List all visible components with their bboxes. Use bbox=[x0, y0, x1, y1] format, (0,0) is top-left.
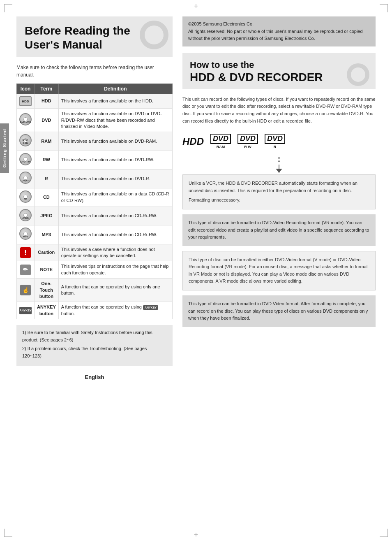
table-row: DVD-RAM RAM This involves a function ava… bbox=[17, 132, 173, 151]
dvd-ram-logo: DVD RAM bbox=[210, 134, 231, 149]
anykey-icon: ANYKEY bbox=[19, 307, 32, 314]
dvd-ram-top: DVD bbox=[210, 134, 231, 144]
icon-cell: MP3 bbox=[17, 225, 35, 244]
copyright-line1: ©2005 Samsung Electronics Co. bbox=[188, 21, 370, 28]
table-row: DVD-R R This involves a function availab… bbox=[17, 169, 173, 188]
corner-mark-bl bbox=[4, 529, 12, 537]
term-cell: CD bbox=[35, 188, 59, 207]
info-box-1-sub: Formatting unneccessory. bbox=[189, 197, 369, 204]
icon-cell: ANYKEY bbox=[17, 302, 35, 319]
note2: 2) If a problem occurs, check the Troubl… bbox=[22, 345, 167, 360]
disc-types-intro: This unit can record on the following ty… bbox=[182, 96, 376, 125]
touch-icon: ☝ bbox=[20, 285, 31, 295]
icon-cell: CD bbox=[17, 188, 35, 207]
dvd-r-sub: R bbox=[274, 145, 277, 149]
def-cell: A function that can be operated by using… bbox=[58, 279, 172, 302]
info-box-dvdrw: This type of disc can be formatted in DV… bbox=[182, 214, 376, 246]
table-row: MP3 MP3 This involves a function availab… bbox=[17, 225, 173, 244]
copyright-box: ©2005 Samsung Electronics Co. All rights… bbox=[182, 16, 376, 46]
mp3-icon: MP3 bbox=[19, 228, 32, 240]
dvd-r-top: DVD bbox=[265, 134, 285, 144]
r-icon: DVD-R bbox=[19, 172, 32, 184]
ram-icon: DVD-RAM bbox=[19, 134, 32, 146]
table-row: DVD-RW RW This involves a function avail… bbox=[17, 151, 173, 169]
def-cell: This involves a function available on a … bbox=[58, 188, 172, 207]
term-cell: NOTE bbox=[35, 261, 59, 279]
logos-row: HDD DVD RAM DVD R W DVD R bbox=[182, 130, 376, 152]
def-cell: This involves a function available on DV… bbox=[58, 151, 172, 169]
def-cell: This involves a function available on DV… bbox=[58, 169, 172, 188]
table-row: HDD HDD This involves a function availab… bbox=[17, 94, 173, 109]
term-cell: R bbox=[35, 169, 59, 188]
footer-language: English bbox=[16, 374, 173, 380]
cd-icon: CD bbox=[19, 190, 32, 203]
notes-box: 1) Be sure to be familiar with Safety In… bbox=[16, 325, 173, 365]
col-term: Term bbox=[35, 84, 59, 94]
note1: 1) Be sure to be familiar with Safety In… bbox=[22, 329, 167, 344]
title-box: Before Reading the User's Manual bbox=[16, 16, 173, 57]
def-cell: This involves a function available on DV… bbox=[58, 109, 172, 132]
how-to-box: How to use the HDD & DVD RECORDER bbox=[182, 53, 376, 89]
caution-icon: ! bbox=[20, 247, 31, 258]
table-row: ☝ One-Touch button A function that can b… bbox=[17, 279, 173, 302]
side-tab-label: Getting Started bbox=[2, 129, 7, 167]
copyright-line2: All rights reserved; No part or whole of… bbox=[188, 28, 370, 42]
def-cell: This involves a function available on th… bbox=[58, 94, 172, 109]
left-column: Before Reading the User's Manual Make su… bbox=[16, 16, 173, 380]
info-box-dvdr-modes-text: This type of disc can be formatted in ei… bbox=[189, 256, 369, 285]
crosshair-top bbox=[192, 2, 200, 10]
col-def: Definition bbox=[58, 84, 172, 94]
dvd-rw-top: DVD bbox=[238, 134, 258, 144]
def-cell: A function that can be operated by using… bbox=[58, 302, 172, 319]
icon-table: Icon Term Definition HDD HDD bbox=[16, 84, 173, 319]
info-box-1-text: Unlike a VCR, the HDD & DVD RECORDER aut… bbox=[189, 180, 369, 194]
icon-cell: DVD-RAM bbox=[17, 132, 35, 151]
term-cell: Caution bbox=[35, 244, 59, 261]
dvd-icon: DVD·VDD bbox=[19, 113, 32, 125]
crosshair-bottom bbox=[192, 531, 200, 539]
table-row: ANYKEY ANYKEY button A function that can… bbox=[17, 302, 173, 319]
info-box-dvdr-text: This type of disc can be formatted in DV… bbox=[188, 300, 370, 322]
table-row: DVD·VDD DVD This involves a function ava… bbox=[17, 109, 173, 132]
def-cell: This involves a function available on CD… bbox=[58, 207, 172, 225]
term-cell: HDD bbox=[35, 94, 59, 109]
term-cell: One-Touch button bbox=[35, 279, 59, 302]
how-to-title-1: How to use the bbox=[190, 60, 368, 70]
info-box-dvdrw-text: This type of disc can be formatted in DV… bbox=[188, 219, 370, 241]
table-row: ! Caution This involves a case where a f… bbox=[17, 244, 173, 261]
info-box-1: Unlike a VCR, the HDD & DVD RECORDER aut… bbox=[182, 174, 376, 209]
how-to-watermark bbox=[347, 63, 369, 86]
right-column: ©2005 Samsung Electronics Co. All rights… bbox=[182, 16, 376, 380]
term-cell: RW bbox=[35, 151, 59, 169]
table-body: HDD HDD This involves a function availab… bbox=[17, 94, 173, 319]
table-row: CD CD This involves a function available… bbox=[17, 188, 173, 207]
dvd-rw-logo: DVD R W bbox=[238, 134, 258, 149]
table-row: JPEG JPEG This involves a function avail… bbox=[17, 207, 173, 225]
note-icon: ✏ bbox=[20, 265, 31, 275]
icon-cell: ! bbox=[17, 244, 35, 261]
dot2 bbox=[278, 160, 280, 162]
term-cell: RAM bbox=[35, 132, 59, 151]
how-to-title-2: HDD & DVD RECORDER bbox=[190, 70, 368, 84]
corner-mark-br bbox=[380, 529, 388, 537]
dvd-ram-sub: RAM bbox=[217, 145, 225, 149]
arrow-dots bbox=[182, 157, 376, 162]
table-header: Icon Term Definition bbox=[17, 84, 173, 94]
icon-cell: DVD-R bbox=[17, 169, 35, 188]
info-box-dvdr: This type of disc can be formatted in DV… bbox=[182, 295, 376, 327]
term-cell: ANYKEY button bbox=[35, 302, 59, 319]
title-watermark bbox=[140, 21, 168, 49]
term-cell: MP3 bbox=[35, 225, 59, 244]
page-container: Getting Started Before Reading the User'… bbox=[0, 0, 392, 541]
icon-cell: ☝ bbox=[17, 279, 35, 302]
icon-cell: DVD-RW bbox=[17, 151, 35, 169]
jpeg-icon: JPEG bbox=[19, 209, 32, 221]
def-cell: This involves a function available on CD… bbox=[58, 225, 172, 244]
hdd-icon: HDD bbox=[19, 96, 32, 106]
def-cell: This involves tips or instructions on th… bbox=[58, 261, 172, 279]
term-cell: JPEG bbox=[35, 207, 59, 225]
col-icon: Icon bbox=[17, 84, 35, 94]
icon-cell: ✏ bbox=[17, 261, 35, 279]
hdd-logo: HDD bbox=[182, 136, 204, 147]
dot1 bbox=[278, 157, 280, 159]
